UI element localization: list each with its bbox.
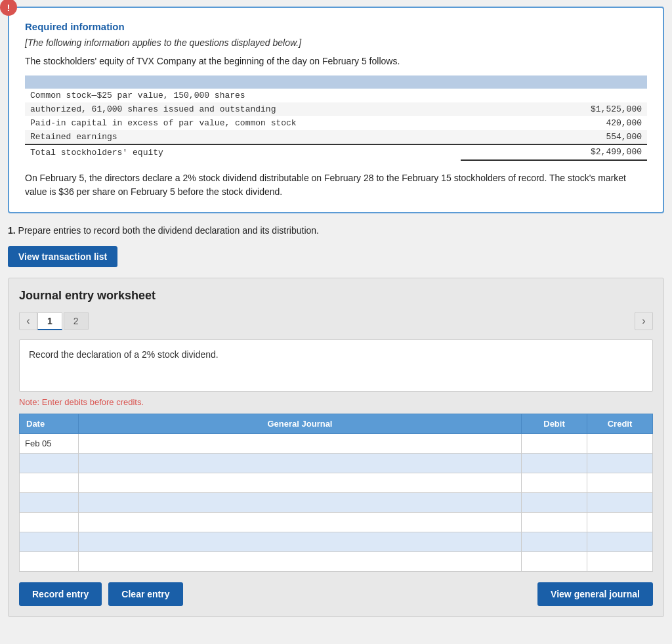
- header-general-journal: General Journal: [79, 414, 522, 434]
- question-number: 1.: [8, 225, 16, 236]
- debit-input[interactable]: [527, 439, 581, 448]
- tab-2[interactable]: 2: [64, 312, 89, 330]
- exclamation-icon: !: [0, 0, 17, 16]
- table-row: [20, 454, 653, 473]
- journal-entry-input[interactable]: [84, 478, 516, 488]
- tab-1[interactable]: 1: [37, 312, 62, 330]
- journal-entry-input[interactable]: [84, 557, 516, 567]
- journal-date-cell: [20, 493, 79, 513]
- journal-entry-input[interactable]: [84, 498, 516, 507]
- credit-input[interactable]: [593, 517, 647, 527]
- credit-input[interactable]: [593, 498, 647, 507]
- view-transaction-list-button[interactable]: View transaction list: [8, 246, 117, 267]
- tab-navigation: ‹ 1 2 ›: [19, 312, 653, 330]
- table-row: [20, 493, 653, 513]
- journal-entry-input[interactable]: [84, 517, 516, 527]
- info-box-intro: The stockholders' equity of TVX Company …: [25, 56, 647, 66]
- header-date: Date: [20, 414, 79, 434]
- journal-date-cell: Feb 05: [20, 434, 79, 454]
- credit-input[interactable]: [593, 439, 647, 448]
- bottom-buttons: Record entry Clear entry View general jo…: [19, 582, 653, 606]
- header-credit: Credit: [587, 414, 653, 434]
- next-tab-arrow[interactable]: ›: [635, 312, 653, 330]
- journal-date-cell: [20, 473, 79, 493]
- journal-entry-input[interactable]: [84, 537, 516, 547]
- equity-row-value: [461, 89, 647, 102]
- journal-entry-input[interactable]: [84, 439, 516, 448]
- info-box: ! Required information [The following in…: [8, 7, 664, 213]
- debit-input[interactable]: [527, 498, 581, 507]
- header-debit: Debit: [522, 414, 587, 434]
- description-text: Record the declaration of a 2% stock div…: [29, 349, 219, 360]
- question-line: 1. Prepare entries to record both the di…: [8, 225, 664, 236]
- journal-entry-input[interactable]: [84, 458, 516, 468]
- record-entry-button[interactable]: Record entry: [19, 582, 102, 606]
- info-box-italic: [The following information applies to th…: [25, 37, 647, 48]
- table-row: Feb 05: [20, 434, 653, 454]
- debit-input[interactable]: [527, 478, 581, 488]
- equity-row-value: 554,000: [461, 130, 647, 144]
- worksheet-title: Journal entry worksheet: [19, 289, 653, 303]
- debit-input[interactable]: [527, 458, 581, 468]
- equity-row-label: Common stock—$25 par value, 150,000 shar…: [25, 89, 461, 102]
- view-general-journal-button[interactable]: View general journal: [537, 582, 653, 606]
- journal-table: Date General Journal Debit Credit Feb 05: [19, 414, 653, 572]
- worksheet-container: Journal entry worksheet ‹ 1 2 › Record t…: [8, 278, 664, 617]
- table-row: [20, 473, 653, 493]
- info-box-paragraph: On February 5, the directors declare a 2…: [25, 171, 647, 199]
- equity-row-value: $2,499,000: [461, 144, 647, 160]
- journal-date-cell: [20, 552, 79, 572]
- question-text: Prepare entries to record both the divid…: [18, 225, 319, 236]
- debit-input[interactable]: [527, 517, 581, 527]
- debit-input[interactable]: [527, 557, 581, 567]
- prev-tab-arrow[interactable]: ‹: [19, 312, 37, 330]
- credit-input[interactable]: [593, 537, 647, 547]
- equity-row-label: Total stockholders' equity: [25, 144, 461, 160]
- journal-date-cell: [20, 532, 79, 552]
- credit-input[interactable]: [593, 458, 647, 468]
- equity-row-label: authorized, 61,000 shares issued and out…: [25, 102, 461, 116]
- table-row: [20, 552, 653, 572]
- equity-row-label: Retained earnings: [25, 130, 461, 144]
- info-box-title: Required information: [25, 21, 647, 32]
- equity-row-value: $1,525,000: [461, 102, 647, 116]
- equity-row-label: Paid-in capital in excess of par value, …: [25, 116, 461, 130]
- credit-input[interactable]: [593, 557, 647, 567]
- table-row: [20, 513, 653, 532]
- debit-input[interactable]: [527, 537, 581, 547]
- clear-entry-button[interactable]: Clear entry: [108, 582, 182, 606]
- description-box: Record the declaration of a 2% stock div…: [19, 339, 653, 392]
- table-row: [20, 532, 653, 552]
- note-text: Note: Enter debits before credits.: [19, 397, 653, 407]
- credit-input[interactable]: [593, 478, 647, 488]
- equity-table: Common stock—$25 par value, 150,000 shar…: [25, 75, 647, 161]
- equity-row-value: 420,000: [461, 116, 647, 130]
- journal-date-cell: [20, 454, 79, 473]
- journal-date-cell: [20, 513, 79, 532]
- main-container: ! Required information [The following in…: [8, 7, 664, 617]
